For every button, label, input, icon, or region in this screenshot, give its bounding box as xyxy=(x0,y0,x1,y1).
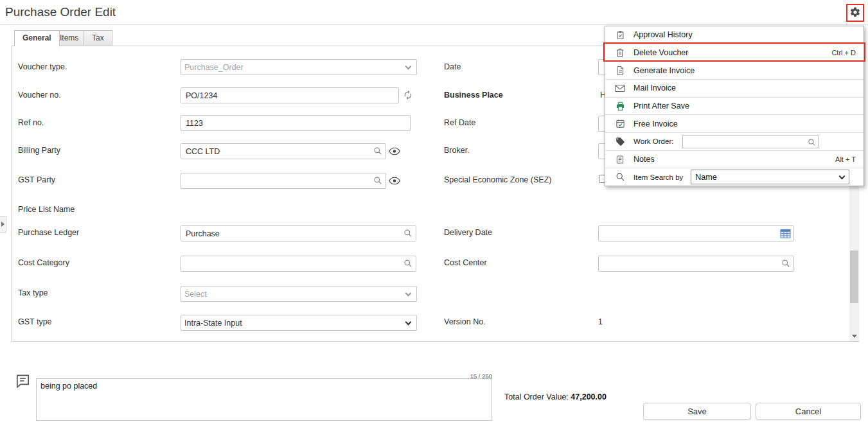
menu-item-print-after-save[interactable]: Print After Save xyxy=(605,98,864,116)
tax-type-label: Tax type xyxy=(18,285,48,301)
cost-center-label: Cost Center xyxy=(444,255,487,271)
total-order-value-label: Total Order Value: xyxy=(504,392,569,401)
page-title: Purchase Order Edit xyxy=(5,5,116,19)
gear-icon xyxy=(849,6,861,20)
tax-type-select[interactable]: Select xyxy=(181,286,417,302)
item-search-by-select[interactable]: Name xyxy=(691,170,849,184)
total-order-value: Total Order Value: 47,200.00 xyxy=(504,392,607,401)
menu-item-label: Notes xyxy=(633,155,655,164)
version-no-label: Version No. xyxy=(444,314,486,330)
save-button[interactable]: Save xyxy=(643,403,751,420)
voucher-no-label: Voucher no. xyxy=(18,87,61,103)
purchase-ledger-input[interactable] xyxy=(181,225,416,242)
billing-party-input[interactable] xyxy=(181,143,386,159)
char-counter: 15 / 250 xyxy=(389,373,492,380)
ref-no-label: Ref no. xyxy=(18,115,44,131)
total-order-value-amount: 47,200.00 xyxy=(571,392,607,401)
work-order-input[interactable] xyxy=(682,135,819,148)
voucher-type-select[interactable]: Purchase_Order xyxy=(181,59,417,75)
purchase-ledger-label: Purchase Ledger xyxy=(18,225,79,241)
tab-tax[interactable]: Tax xyxy=(84,30,112,46)
header-divider xyxy=(0,24,868,25)
cancel-button[interactable]: Cancel xyxy=(756,403,861,420)
notes-icon xyxy=(614,154,626,165)
menu-item-label: Mail Invoice xyxy=(633,84,676,92)
price-list-name-label: Price List Name xyxy=(18,202,75,218)
search-icon[interactable] xyxy=(808,137,816,149)
gst-type-label: GST type xyxy=(18,314,52,330)
calendar-icon[interactable] xyxy=(780,229,791,241)
cost-category-label: Cost Category xyxy=(18,255,69,271)
billing-party-label: Billing Party xyxy=(18,143,60,159)
gst-party-label: GST Party xyxy=(18,172,55,188)
delivery-date-input[interactable] xyxy=(598,225,794,242)
gst-party-input[interactable] xyxy=(181,173,386,189)
search-icon[interactable] xyxy=(403,229,412,238)
refresh-icon[interactable] xyxy=(403,90,413,103)
menu-item-notes[interactable]: Notes Alt + T xyxy=(605,151,864,169)
voucher-no-input[interactable] xyxy=(181,87,399,103)
generate-invoice-icon xyxy=(614,65,626,76)
menu-item-label: Item Search by xyxy=(633,173,683,181)
menu-item-label: Generate Invoice xyxy=(633,66,695,75)
scrollbar-thumb[interactable] xyxy=(850,251,858,303)
mail-icon xyxy=(614,83,626,94)
menu-item-label: Approval History xyxy=(633,30,693,39)
menu-item-label: Free Invoice xyxy=(633,119,678,128)
menu-item-mail-invoice[interactable]: Mail Invoice xyxy=(605,80,864,98)
search-icon[interactable] xyxy=(403,259,412,268)
free-invoice-icon xyxy=(614,118,626,129)
search-icon[interactable] xyxy=(781,259,790,268)
settings-gear-button[interactable] xyxy=(846,4,864,22)
ref-no-input[interactable] xyxy=(181,115,411,131)
menu-item-shortcut: Alt + T xyxy=(835,155,856,163)
version-no-value: 1 xyxy=(598,314,603,330)
triangle-down-icon xyxy=(852,335,857,338)
printer-icon xyxy=(614,101,626,112)
eye-icon[interactable] xyxy=(389,146,400,158)
business-place-label: Business Place xyxy=(444,87,503,103)
menu-item-shortcut: Ctrl + D xyxy=(831,49,856,57)
delivery-date-label: Delivery Date xyxy=(444,225,492,241)
voucher-type-label: Voucher type. xyxy=(18,59,67,75)
eye-icon[interactable] xyxy=(389,176,400,188)
gear-dropdown-menu: Approval History Delete Voucher Ctrl + D… xyxy=(605,26,864,186)
search-icon[interactable] xyxy=(373,146,382,155)
cost-center-input[interactable] xyxy=(598,256,794,272)
scroll-down-button[interactable] xyxy=(849,331,859,341)
search-icon[interactable] xyxy=(373,176,382,185)
menu-item-label: Print After Save xyxy=(633,101,689,110)
trash-icon xyxy=(614,48,626,58)
panel-expand-handle[interactable] xyxy=(0,216,6,233)
triangle-right-icon xyxy=(1,222,4,227)
gst-type-select[interactable]: Intra-State Input xyxy=(181,315,417,331)
date-label: Date xyxy=(444,59,461,75)
ref-date-label: Ref Date xyxy=(444,115,475,131)
menu-item-generate-invoice[interactable]: Generate Invoice xyxy=(605,62,864,80)
cost-category-input[interactable] xyxy=(181,256,416,272)
menu-item-label: Delete Voucher xyxy=(633,48,688,57)
menu-item-label: Work Order: xyxy=(633,137,673,145)
broker-label: Broker. xyxy=(444,143,470,159)
approval-history-icon xyxy=(614,30,626,40)
menu-item-item-search-by[interactable]: Item Search by Name xyxy=(605,168,864,186)
tab-general[interactable]: General xyxy=(14,30,60,47)
narration-textarea[interactable]: being po placed xyxy=(36,378,492,421)
menu-item-free-invoice[interactable]: Free Invoice xyxy=(605,115,864,133)
search-icon xyxy=(614,171,626,182)
work-order-tag-icon xyxy=(614,136,626,147)
sez-label: Special Economic Zone (SEZ) xyxy=(444,172,551,188)
menu-item-approval-history[interactable]: Approval History xyxy=(605,26,864,44)
menu-item-delete-voucher[interactable]: Delete Voucher Ctrl + D xyxy=(605,44,864,62)
narration-note-icon xyxy=(14,373,31,392)
menu-item-work-order[interactable]: Work Order: xyxy=(605,133,864,151)
